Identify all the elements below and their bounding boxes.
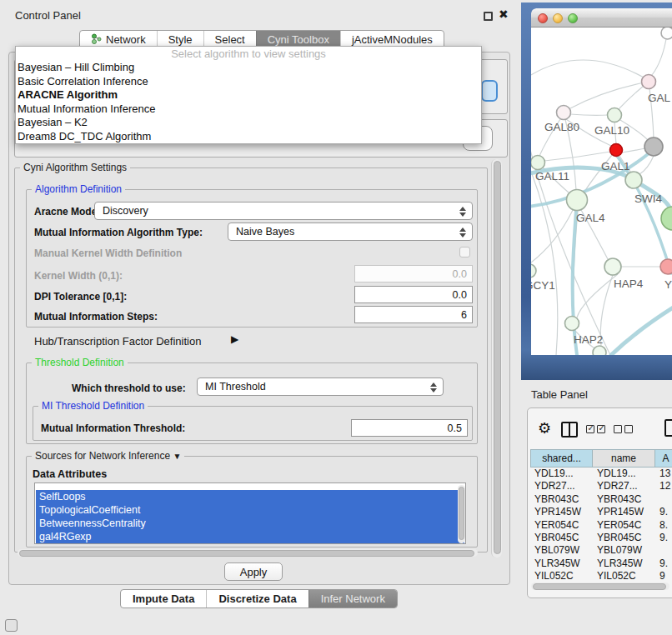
table-cell: YPR145W [530,506,593,518]
float-panel-icon[interactable] [484,12,493,21]
network-edge[interactable] [570,114,608,115]
aracne-mode-select[interactable]: Discovery [94,202,473,220]
column-header-shared[interactable]: shared... [530,449,593,468]
algorithm-combo-button-fragment[interactable] [481,80,498,102]
table-hscrollbar-thumb[interactable] [533,583,666,590]
network-edge[interactable] [531,60,644,78]
select-all-icon[interactable] [586,425,605,433]
algorithm-option[interactable]: Bayesian – K2 [16,116,481,130]
table-cell: YER054C [593,519,655,532]
network-node-gal10[interactable] [608,108,622,122]
network-edge[interactable] [569,82,649,109]
data-attributes-list[interactable]: SelfLoopsTopologicalCoefficientBetweenne… [34,482,466,544]
column-header-name[interactable]: name [593,449,655,468]
hub-tf-definition-label: Hub/Transcription Factor Definition [34,335,201,348]
settings-vertical-scrollbar[interactable] [491,159,502,558]
network-node-gal11[interactable] [531,156,545,170]
kernel-width-field[interactable]: 0.0 [354,265,473,282]
network-node-gal4[interactable] [567,190,588,211]
algorithm-option[interactable]: Dream8 DC_TDC Algorithm [16,130,481,144]
tab-label: Style [168,33,193,46]
table-horizontal-scrollbar[interactable] [531,582,669,590]
table-cell: YDR27... [593,480,655,492]
mi-threshold-field[interactable]: 0.5 [351,419,468,437]
data-attribute-item[interactable]: gal4RGexp [36,530,464,543]
apply-button[interactable]: Apply [224,562,283,581]
network-view-window[interactable]: GALGAL80GAL10GAL1GAL11SWI4GAL4GCY1HAP4YH… [531,8,672,355]
collapse-arrow-icon[interactable]: ▼ [173,452,181,461]
settings-hscrollbar-thumb[interactable] [19,550,474,557]
which-threshold-select[interactable]: MI Threshold [197,378,444,396]
algorithm-option[interactable]: Bayesian – Hill Climbing [16,61,481,75]
gear-icon[interactable]: ⚙ [538,419,551,438]
network-node-hap4[interactable] [604,258,621,275]
bottom-tab-infer-network[interactable]: Infer Network [308,590,397,608]
network-edge[interactable] [652,34,667,75]
table-row[interactable]: YLR345WYLR345W9. [530,558,672,570]
table-cell: 9. [655,506,672,518]
data-attribute-item[interactable]: BetweennessCentrality [36,517,464,530]
network-edge[interactable] [649,82,654,138]
table-row[interactable]: YER054CYER054C8. [530,519,672,532]
window-minimize-button[interactable] [553,13,563,23]
network-window-titlebar[interactable] [531,8,672,28]
network-node-gal80[interactable] [557,106,571,120]
expand-arrow-icon[interactable]: ▶ [231,333,238,345]
data-attribute-item[interactable]: TopologicalCoefficient [36,503,464,517]
settings-horizontal-scrollbar[interactable] [18,549,478,557]
settings-vscrollbar-thumb[interactable] [494,161,501,554]
deselect-all-icon[interactable] [614,425,633,433]
table-cell: 12 [655,480,672,492]
mi-threshold-label: Mutual Information Threshold: [41,422,185,434]
columns-icon[interactable] [561,422,578,438]
data-attribute-item[interactable]: SelfLoops [36,490,464,503]
node-table: shared...nameA YDL19...YDL19...13YDR27..… [530,449,672,583]
network-node-hap2[interactable] [565,317,579,331]
window-close-button[interactable] [538,13,548,23]
list-vertical-scrollbar[interactable] [458,485,465,543]
table-cell: 9. [655,532,672,544]
restore-panel-icon[interactable] [5,619,18,632]
table-row[interactable]: YBR045CYBR045C9. [530,532,672,544]
mi-type-select[interactable]: Naive Bayes [228,222,473,241]
network-node-gal1[interactable] [610,144,623,157]
close-panel-icon[interactable]: ✖ [499,8,509,21]
network-edge[interactable] [531,161,558,355]
network-node-y[interactable] [660,259,672,274]
network-node[interactable] [644,138,663,156]
network-graph[interactable]: GALGAL80GAL10GAL1GAL11SWI4GAL4GCY1HAP4YH… [531,28,672,355]
column-header-A[interactable]: A [655,449,672,468]
table-row[interactable]: YIL052CYIL052C9 [530,570,672,582]
cyni-bottom-tab-bar: Impute DataDiscretize DataInfer Network [120,589,398,608]
network-node-swi4[interactable] [625,172,642,188]
bottom-tab-discretize-data[interactable]: Discretize Data [206,590,308,608]
network-edge[interactable] [622,148,645,152]
algorithm-option[interactable]: Mutual Information Inference [16,102,481,117]
table-row[interactable]: YBR043CYBR043C [530,493,672,506]
table-row[interactable]: YDL19...YDL19...13 [530,468,672,480]
table-row[interactable]: YPR145WYPR145W9. [530,506,672,518]
network-node-gcy1[interactable] [531,264,536,278]
node-label: GAL11 [535,170,569,182]
threshold-definition-title: Threshold Definition [32,357,128,368]
manual-kernel-checkbox[interactable] [459,247,470,258]
node-label: GCY1 [531,279,555,292]
network-node[interactable] [593,346,606,355]
algorithm-option[interactable]: Basic Correlation Inference [16,75,481,89]
table-cell: YBR043C [530,493,593,506]
network-edge-highlighted[interactable] [611,307,672,355]
network-node[interactable] [661,28,672,39]
network-node-gal[interactable] [642,75,656,89]
mi-steps-field[interactable]: 6 [354,306,473,323]
list-vscrollbar-thumb[interactable] [459,487,464,540]
new-table-icon[interactable] [664,419,672,437]
table-row[interactable]: YDR27...YDR27...12 [530,480,672,492]
bottom-tab-impute-data[interactable]: Impute Data [121,590,206,608]
manual-kernel-label: Manual Kernel Width Definition [34,248,182,259]
window-zoom-button[interactable] [568,13,578,23]
algorithm-option[interactable]: ARACNE Algorithm [16,88,481,102]
network-node[interactable] [661,207,672,230]
table-row[interactable]: YBL079WYBL079W [530,544,672,557]
dpi-tolerance-field[interactable]: 0.0 [354,286,473,303]
network-canvas[interactable]: GALGAL80GAL10GAL1GAL11SWI4GAL4GCY1HAP4YH… [531,28,672,355]
